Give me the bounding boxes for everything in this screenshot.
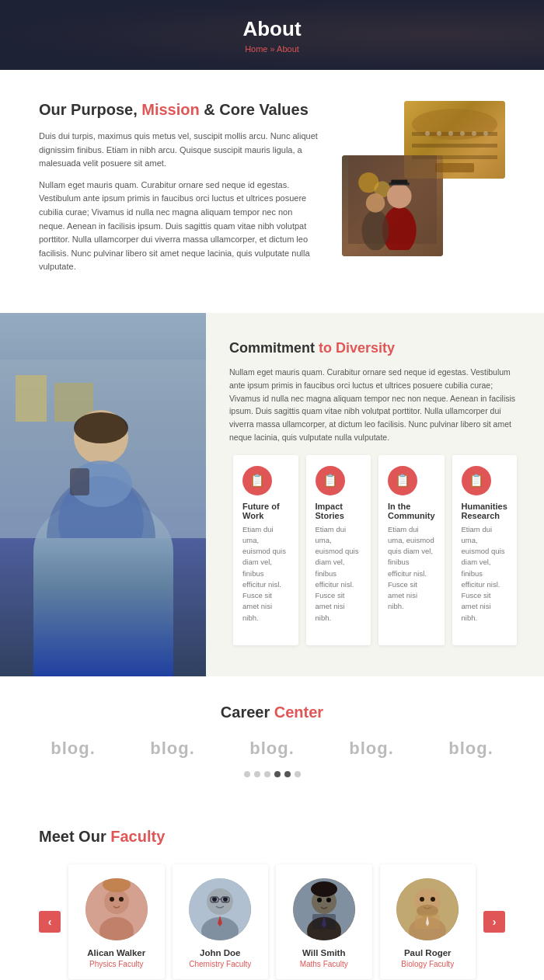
faculty-heading-highlight: Faculty	[110, 828, 165, 845]
card-icon-2: 📋	[388, 466, 417, 495]
faculty-role-2: Maths Faculty	[284, 960, 364, 968]
svg-point-51	[311, 881, 337, 897]
faculty-avatar-3	[396, 878, 459, 940]
diversity-content: Commitment to Diversity Nullam eget maur…	[206, 313, 544, 676]
purpose-paragraph2: Nullam eget mauris quam. Curabitur ornar…	[39, 179, 319, 274]
card-icon-3: 📋	[462, 466, 491, 495]
page-title: About	[242, 17, 301, 41]
svg-point-49	[317, 898, 322, 902]
card-icon-1: 📋	[316, 466, 345, 495]
blog-item-0: blog.	[51, 738, 96, 759]
svg-point-34	[110, 897, 114, 902]
card-text-2: Etiam dui uma, euismod quis diam vel, fi…	[388, 524, 435, 613]
svg-rect-53	[312, 914, 336, 930]
purpose-heading-prefix: Our Purpose,	[39, 101, 141, 118]
card-text-0: Etiam dui uma, euismod quis diam vel, fi…	[242, 524, 289, 624]
faculty-heading: Meet Our Faculty	[39, 828, 505, 846]
faculty-card-1: John Doe Chemistry Faculty	[173, 864, 269, 979]
svg-point-58	[431, 897, 435, 902]
faculty-card-0: Alican Walker Physics Faculty	[68, 864, 165, 979]
svg-point-20	[366, 193, 385, 213]
blog-item-4: blog.	[448, 738, 493, 759]
svg-point-19	[362, 210, 389, 250]
faculty-name-3: Paul Roger	[388, 948, 469, 957]
svg-point-50	[326, 898, 331, 902]
purpose-heading-highlight: Mission	[141, 101, 199, 118]
breadcrumb-separator: »	[267, 44, 277, 54]
svg-rect-30	[70, 468, 89, 495]
card-0: 📋 Future of Work Etiam dui uma, euismod …	[233, 455, 298, 645]
faculty-role-3: Biology Faculty	[388, 960, 469, 968]
career-heading-prefix: Career	[221, 704, 274, 721]
faculty-name-0: Alican Walker	[76, 948, 157, 957]
breadcrumb: Home » About	[245, 44, 299, 54]
svg-rect-3	[412, 144, 497, 148]
faculty-next-button[interactable]: ›	[483, 911, 505, 933]
dot-1[interactable]	[254, 771, 260, 777]
faculty-cards: Alican Walker Physics Faculty	[61, 864, 483, 979]
career-heading-highlight: Center	[274, 704, 323, 721]
diversity-paragraph: Nullam eget mauris quam. Curabitur ornar…	[229, 366, 521, 444]
faculty-role-1: Chemistry Faculty	[180, 960, 261, 968]
cards-row: 📋 Future of Work Etiam dui uma, euismod …	[225, 455, 525, 661]
svg-point-41	[223, 897, 228, 902]
faculty-name-1: John Doe	[180, 948, 261, 957]
diversity-heading: Commitment to Diversity	[229, 340, 521, 356]
diversity-section: Commitment to Diversity Nullam eget maur…	[0, 313, 544, 676]
dot-4[interactable]	[284, 771, 291, 777]
purpose-heading-suffix: & Core Values	[200, 101, 309, 118]
faculty-card-2: Will Smith Maths Faculty	[276, 864, 372, 979]
purpose-image-bottom	[342, 155, 443, 256]
hero-section: About Home » About	[0, 0, 544, 70]
svg-point-8	[460, 131, 465, 136]
card-text-3: Etiam dui uma, euismod quis diam vel, fi…	[462, 524, 508, 624]
faculty-avatar-2	[293, 878, 355, 940]
career-heading: Career Center	[23, 704, 521, 721]
svg-point-28	[74, 412, 128, 443]
svg-point-16	[387, 184, 412, 209]
card-2: 📋 In the Community Etiam dui uma, euismo…	[378, 455, 445, 645]
faculty-avatar-0	[85, 878, 148, 940]
diversity-heading-highlight: to Diversity	[319, 340, 395, 356]
svg-point-10	[483, 131, 488, 136]
diversity-image	[0, 313, 206, 676]
diversity-heading-prefix: Commitment	[229, 340, 319, 356]
dot-5[interactable]	[295, 771, 301, 777]
breadcrumb-home: Home	[245, 44, 267, 54]
purpose-paragraph1: Duis dui turpis, maximus quis metus vel,…	[39, 130, 319, 171]
card-title-1: Impact Stories	[316, 502, 362, 520]
svg-point-40	[212, 897, 217, 902]
purpose-section: Our Purpose, Mission & Core Values Duis …	[0, 70, 544, 313]
faculty-heading-prefix: Meet Our	[39, 828, 110, 845]
card-title-3: Humanities Research	[462, 502, 508, 520]
card-1: 📋 Impact Stories Etiam dui uma, euismod …	[306, 455, 371, 645]
svg-rect-18	[391, 180, 407, 184]
carousel-dots	[23, 771, 521, 777]
dot-0[interactable]	[244, 771, 250, 777]
card-icon-0: 📋	[242, 466, 272, 495]
svg-point-32	[104, 889, 129, 914]
svg-rect-23	[16, 375, 47, 422]
svg-point-57	[420, 897, 424, 902]
blog-row: blog. blog. blog. blog. blog.	[23, 738, 521, 759]
dot-3[interactable]	[274, 771, 281, 777]
svg-point-7	[448, 131, 453, 136]
graduation-svg	[348, 155, 437, 250]
blog-item-2: blog.	[249, 738, 295, 759]
purpose-text: Our Purpose, Mission & Core Values Duis …	[39, 101, 319, 282]
purpose-images	[342, 101, 505, 256]
faculty-carousel: ‹ Alican Walker Physics Faculty	[39, 864, 505, 979]
faculty-avatar-1	[189, 878, 251, 940]
card-title-0: Future of Work	[242, 502, 289, 520]
dot-2[interactable]	[264, 771, 270, 777]
svg-point-9	[472, 131, 476, 136]
svg-point-5	[425, 131, 430, 136]
diversity-svg	[0, 313, 206, 538]
career-section: Career Center blog. blog. blog. blog. bl…	[0, 676, 544, 801]
purpose-heading: Our Purpose, Mission & Core Values	[39, 101, 319, 119]
faculty-role-0: Physics Faculty	[76, 960, 157, 968]
blog-item-3: blog.	[349, 738, 394, 759]
svg-point-6	[437, 131, 441, 136]
faculty-prev-button[interactable]: ‹	[39, 911, 61, 933]
blog-item-1: blog.	[150, 738, 195, 759]
